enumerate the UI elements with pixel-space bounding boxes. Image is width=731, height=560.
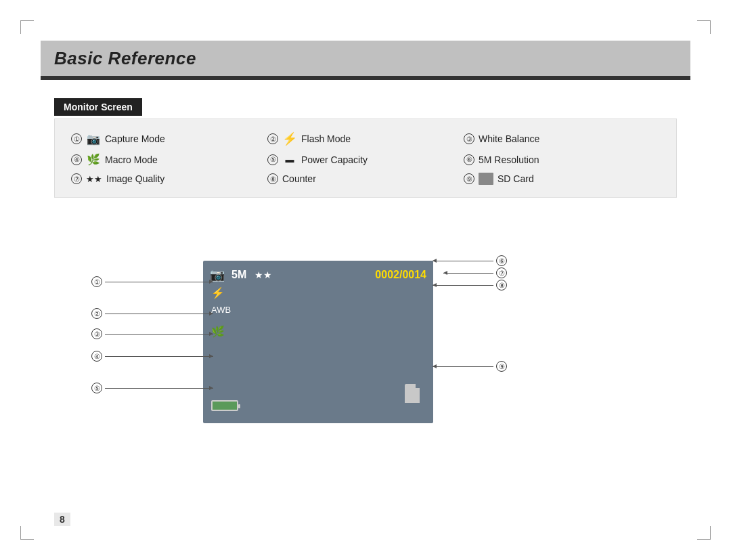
callout-num-1: ① <box>91 276 102 287</box>
legend-item-1: ① 📷 Capture Mode <box>71 131 267 146</box>
screen-top-bar: 📷 5M ★★ 0002/0014 <box>210 267 426 282</box>
screen-counter: 0002/0014 <box>375 269 426 281</box>
legend-item-9: ⑨ SD Card <box>464 173 660 185</box>
legend-item-7: ⑦ ★★ Image Quality <box>71 173 267 185</box>
legend-num-4: ④ <box>71 154 82 165</box>
legend-label-5: Power Capacity <box>301 154 368 165</box>
image-quality-icon: ★★ <box>86 174 102 184</box>
callout-num-7: ⑦ <box>496 267 507 278</box>
callout-left-2: ② <box>91 308 213 319</box>
callout-num-9: ⑨ <box>496 361 507 372</box>
legend-label-8: Counter <box>282 173 316 184</box>
legend-item-2: ② ⚡ Flash Mode <box>267 131 464 146</box>
legend-label-3: White Balance <box>479 133 539 144</box>
callout-num-8: ⑧ <box>496 280 507 290</box>
screen-battery-icon <box>211 400 238 411</box>
legend-num-7: ⑦ <box>71 173 82 184</box>
corner-mark-bl <box>20 526 34 540</box>
legend-num-5: ⑤ <box>267 154 278 165</box>
header-band: Basic Reference <box>41 41 690 76</box>
callout-right-6: ⑥ <box>433 255 507 266</box>
screen-wb-label: AWB <box>211 305 231 315</box>
callout-num-2: ② <box>91 308 102 319</box>
callout-left-1: ① <box>91 276 213 287</box>
legend-item-3: ③ White Balance <box>464 131 660 146</box>
corner-mark-br <box>697 526 711 540</box>
page-title: Basic Reference <box>54 48 196 69</box>
callout-left-3: ③ <box>91 328 213 339</box>
screen-macro-icon: 🌿 <box>211 325 225 338</box>
section-label: Monitor Screen <box>54 98 142 116</box>
legend-box: ① 📷 Capture Mode ② ⚡ Flash Mode ③ White … <box>54 119 677 198</box>
callout-left-5: ⑤ <box>91 383 213 393</box>
legend-num-3: ③ <box>464 133 474 144</box>
legend-num-8: ⑧ <box>267 173 278 184</box>
screen-sd-card-icon <box>405 384 420 403</box>
capture-mode-icon: 📷 <box>86 133 101 146</box>
flash-mode-icon: ⚡ <box>282 131 297 146</box>
callout-num-4: ④ <box>91 351 102 362</box>
legend-num-9: ⑨ <box>464 173 474 184</box>
legend-item-8: ⑧ Counter <box>267 173 464 185</box>
legend-label-4: Macro Mode <box>105 154 158 165</box>
page-number: 8 <box>54 513 70 526</box>
legend-item-5: ⑤ ▬ Power Capacity <box>267 153 464 166</box>
legend-num-6: ⑥ <box>464 154 474 165</box>
legend-num-1: ① <box>71 133 82 144</box>
legend-label-1: Capture Mode <box>105 133 165 144</box>
legend-num-2: ② <box>267 133 278 144</box>
callout-right-8: ⑧ <box>433 280 507 290</box>
power-icon: ▬ <box>282 154 297 165</box>
screen-resolution: 5M <box>231 269 246 281</box>
screen-quality-stars: ★★ <box>254 270 272 280</box>
legend-label-9: SD Card <box>497 173 534 184</box>
legend-label-6: 5M Resolution <box>479 154 539 165</box>
sd-card-legend-icon <box>479 173 493 185</box>
legend-grid: ① 📷 Capture Mode ② ⚡ Flash Mode ③ White … <box>71 131 660 185</box>
callout-right-9: ⑨ <box>433 361 507 372</box>
legend-item-4: ④ 🌿 Macro Mode <box>71 153 267 166</box>
legend-item-6: ⑥ 5M Resolution <box>464 153 660 166</box>
callout-right-7: ⑦ <box>443 267 507 278</box>
corner-mark-tl <box>20 20 34 34</box>
screen-flash-icon: ⚡ <box>211 286 225 299</box>
callout-num-3: ③ <box>91 328 102 339</box>
callout-left-4: ④ <box>91 351 213 362</box>
callout-num-5: ⑤ <box>91 383 102 393</box>
callout-num-6: ⑥ <box>496 255 507 266</box>
macro-mode-icon: 🌿 <box>86 153 101 166</box>
diagram-area: 📷 5M ★★ 0002/0014 ⚡ AWB 🌿 ① ② ③ <box>54 247 677 450</box>
camera-screen: 📷 5M ★★ 0002/0014 ⚡ AWB 🌿 <box>203 261 433 423</box>
corner-mark-tr <box>697 20 711 34</box>
legend-label-7: Image Quality <box>106 173 164 184</box>
legend-label-2: Flash Mode <box>301 133 351 144</box>
